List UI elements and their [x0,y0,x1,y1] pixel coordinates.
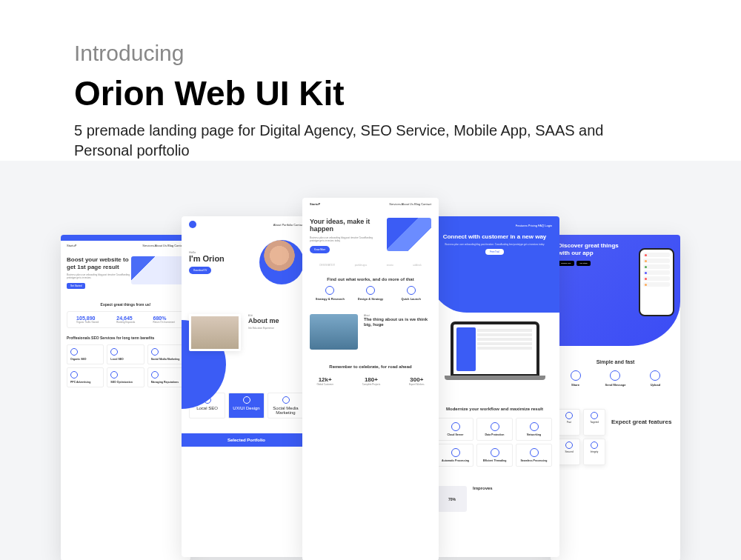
feature-label: Fast [561,421,577,424]
name-heading: I'm Orion [189,254,235,263]
feature-icon [407,286,416,295]
section-heading: Expect great features [611,419,671,426]
template-portfolio: About Portfolio Contact Hello I'm Orion … [182,216,311,557]
nav-links: Services About Us Blog Contact [389,202,431,206]
step-label: Send Message [605,383,626,387]
feature-icon [591,441,598,449]
hero-heading: Discover great things with our app [558,242,627,256]
hero-illustration [131,256,185,284]
step-icon [610,370,620,381]
section-heading: Simple and fast [551,359,680,364]
section-heading: Expect great things from us! [61,302,190,307]
showcase-area: StartuPServices About Us Blog Contact Bo… [0,190,741,546]
service-title: Organic SEO [70,358,100,361]
section-heading: About me [248,317,279,324]
skill-icon [282,396,290,404]
nav-links: Features Pricing FAQ Login [516,224,552,227]
feature-icon [591,412,598,419]
skill-icon [243,396,250,404]
step-label: Share [571,383,581,387]
service-title: SEO Optimization [110,381,140,384]
service-icon [70,371,78,379]
feature-icon [451,422,460,431]
service-icon [110,348,118,356]
feature-title: Strategy & Research [312,297,348,301]
feature-icon [491,448,499,457]
app-store-button: App Store [576,261,591,266]
about-image [310,314,358,350]
feature-icon [325,286,334,295]
cta-button: Get Started [67,283,85,289]
service-title: Social Media Marketing [151,358,181,361]
template-app: Discover great things with our app Googl… [551,235,680,560]
feature-icon [366,286,375,295]
template-agency: StartuPServices About Us Blog Contact Yo… [302,198,439,560]
laptop-mockup [451,321,539,377]
brand: StartuP [67,244,76,247]
step-icon [571,370,581,381]
feature-title: Data Protection [481,433,508,436]
nav-links: Services About Us Blog Contact [142,244,185,247]
stat-label: Ranking Keywords [116,321,135,324]
page-title: Orion Web UI Kit [74,73,741,113]
hero-desc: Business plan user onboarding blog post … [437,243,552,246]
service-title: Local SEO [110,358,140,361]
feature-icon [565,441,573,449]
progress-chart [437,486,467,512]
stat-label: Complete Projects [362,383,381,386]
template-seo: StartuPServices About Us Blog Contact Bo… [61,235,190,560]
hero-illustration [387,218,431,251]
service-icon [70,348,78,356]
feature-label: Targeted [586,421,602,424]
brand: StartuP [310,202,320,206]
client-logo: envato [387,264,393,267]
cta-button: Know More [310,246,330,253]
feature-title: Seamless Processing [520,459,548,462]
page-subtitle: 5 premade landing page for Digital Agenc… [74,121,652,161]
skill-label: Social Media Marketing [271,406,300,415]
about-image [189,314,241,351]
hero-desc: Business plan user onboarding blog post … [310,236,382,242]
section-heading: Remember to celebrate, for road ahead [302,364,439,369]
stat-label: Return On Investment [153,321,175,324]
skill-label: UX/UI Design [232,406,261,410]
feature-title: Design & Strategy [352,297,388,301]
service-title: Managing Reputations [151,381,181,384]
skill-label: Local SEO [193,406,222,410]
step-icon [650,370,660,381]
feature-title: Networking [520,433,548,436]
nav-links: About Portfolio Contact [273,223,304,227]
portfolio-heading: Selected Portfolio [182,433,311,447]
intro-label: Introducing [74,41,741,66]
feature-label: Integrity [586,450,602,453]
phone-mockup [639,248,674,316]
feature-label: Secured [561,450,577,453]
hero-heading: Connect with customer in a new way [437,233,552,241]
stat-label: Global Customer [316,383,333,386]
feature-icon [565,412,573,419]
logo-icon [189,221,196,228]
feature-title: Cloud Server [442,433,469,436]
section-heading: Proffesionals SEO Services for long term… [61,336,190,340]
feature-icon [451,448,460,457]
stat-label: Expert Workers [409,383,425,386]
stat-value: 680% [153,316,175,321]
hero-heading: Boost your website to get 1st page resul… [67,256,131,270]
section-heading: Find out what works, and do more of that [302,277,439,281]
service-icon [110,371,118,379]
stat-value: 105,890 [76,316,99,321]
hero-desc: Business plan user onboarding blog post … [67,273,131,279]
client-logo: DESIGNMODO [319,264,335,267]
feature-title: Efficient Threading [481,459,508,462]
step-label: Upload [650,383,660,387]
avatar-image [259,240,304,284]
stat-value: 24,645 [116,316,135,321]
feature-icon [491,422,499,431]
stat-value: 300+ [409,376,425,383]
feature-icon [530,448,539,457]
section-heading: The thing about us is we think big, huge [364,317,431,327]
feature-title: Automatic Processing [442,459,469,462]
google-play-button: Google Play [558,261,574,266]
stat-value: 180+ [362,376,381,383]
stat-label: Organic Traffic Gained [76,321,99,324]
